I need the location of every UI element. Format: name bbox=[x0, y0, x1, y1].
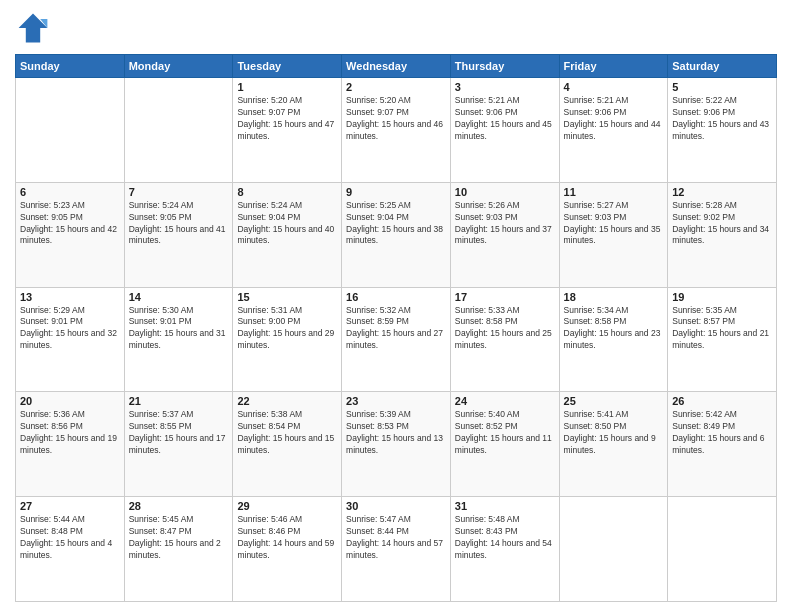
day-info: Sunrise: 5:39 AM Sunset: 8:53 PM Dayligh… bbox=[346, 409, 446, 457]
calendar-cell: 26Sunrise: 5:42 AM Sunset: 8:49 PM Dayli… bbox=[668, 392, 777, 497]
day-number: 11 bbox=[564, 186, 664, 198]
calendar-cell: 31Sunrise: 5:48 AM Sunset: 8:43 PM Dayli… bbox=[450, 497, 559, 602]
day-number: 29 bbox=[237, 500, 337, 512]
calendar-cell: 19Sunrise: 5:35 AM Sunset: 8:57 PM Dayli… bbox=[668, 287, 777, 392]
day-info: Sunrise: 5:20 AM Sunset: 9:07 PM Dayligh… bbox=[237, 95, 337, 143]
day-info: Sunrise: 5:47 AM Sunset: 8:44 PM Dayligh… bbox=[346, 514, 446, 562]
day-number: 3 bbox=[455, 81, 555, 93]
calendar-cell: 3Sunrise: 5:21 AM Sunset: 9:06 PM Daylig… bbox=[450, 78, 559, 183]
day-number: 22 bbox=[237, 395, 337, 407]
day-number: 30 bbox=[346, 500, 446, 512]
calendar-cell: 29Sunrise: 5:46 AM Sunset: 8:46 PM Dayli… bbox=[233, 497, 342, 602]
calendar-table: SundayMondayTuesdayWednesdayThursdayFrid… bbox=[15, 54, 777, 602]
day-number: 12 bbox=[672, 186, 772, 198]
calendar-cell: 10Sunrise: 5:26 AM Sunset: 9:03 PM Dayli… bbox=[450, 182, 559, 287]
day-header-saturday: Saturday bbox=[668, 55, 777, 78]
day-info: Sunrise: 5:48 AM Sunset: 8:43 PM Dayligh… bbox=[455, 514, 555, 562]
day-info: Sunrise: 5:42 AM Sunset: 8:49 PM Dayligh… bbox=[672, 409, 772, 457]
day-number: 28 bbox=[129, 500, 229, 512]
calendar-cell: 5Sunrise: 5:22 AM Sunset: 9:06 PM Daylig… bbox=[668, 78, 777, 183]
day-number: 21 bbox=[129, 395, 229, 407]
calendar-header-row: SundayMondayTuesdayWednesdayThursdayFrid… bbox=[16, 55, 777, 78]
day-number: 31 bbox=[455, 500, 555, 512]
day-info: Sunrise: 5:24 AM Sunset: 9:04 PM Dayligh… bbox=[237, 200, 337, 248]
day-info: Sunrise: 5:23 AM Sunset: 9:05 PM Dayligh… bbox=[20, 200, 120, 248]
day-info: Sunrise: 5:21 AM Sunset: 9:06 PM Dayligh… bbox=[564, 95, 664, 143]
calendar-cell: 14Sunrise: 5:30 AM Sunset: 9:01 PM Dayli… bbox=[124, 287, 233, 392]
day-info: Sunrise: 5:35 AM Sunset: 8:57 PM Dayligh… bbox=[672, 305, 772, 353]
day-header-sunday: Sunday bbox=[16, 55, 125, 78]
day-info: Sunrise: 5:20 AM Sunset: 9:07 PM Dayligh… bbox=[346, 95, 446, 143]
calendar-cell: 9Sunrise: 5:25 AM Sunset: 9:04 PM Daylig… bbox=[342, 182, 451, 287]
day-info: Sunrise: 5:40 AM Sunset: 8:52 PM Dayligh… bbox=[455, 409, 555, 457]
calendar-cell: 1Sunrise: 5:20 AM Sunset: 9:07 PM Daylig… bbox=[233, 78, 342, 183]
day-number: 7 bbox=[129, 186, 229, 198]
day-number: 20 bbox=[20, 395, 120, 407]
day-header-tuesday: Tuesday bbox=[233, 55, 342, 78]
calendar-cell: 6Sunrise: 5:23 AM Sunset: 9:05 PM Daylig… bbox=[16, 182, 125, 287]
day-number: 9 bbox=[346, 186, 446, 198]
svg-marker-0 bbox=[19, 14, 48, 43]
calendar-cell: 15Sunrise: 5:31 AM Sunset: 9:00 PM Dayli… bbox=[233, 287, 342, 392]
day-number: 15 bbox=[237, 291, 337, 303]
day-number: 26 bbox=[672, 395, 772, 407]
day-header-monday: Monday bbox=[124, 55, 233, 78]
calendar-week-4: 20Sunrise: 5:36 AM Sunset: 8:56 PM Dayli… bbox=[16, 392, 777, 497]
day-number: 19 bbox=[672, 291, 772, 303]
calendar-cell: 18Sunrise: 5:34 AM Sunset: 8:58 PM Dayli… bbox=[559, 287, 668, 392]
calendar-cell: 25Sunrise: 5:41 AM Sunset: 8:50 PM Dayli… bbox=[559, 392, 668, 497]
day-info: Sunrise: 5:30 AM Sunset: 9:01 PM Dayligh… bbox=[129, 305, 229, 353]
calendar-cell: 21Sunrise: 5:37 AM Sunset: 8:55 PM Dayli… bbox=[124, 392, 233, 497]
calendar-cell: 20Sunrise: 5:36 AM Sunset: 8:56 PM Dayli… bbox=[16, 392, 125, 497]
day-number: 24 bbox=[455, 395, 555, 407]
day-info: Sunrise: 5:32 AM Sunset: 8:59 PM Dayligh… bbox=[346, 305, 446, 353]
calendar-cell: 8Sunrise: 5:24 AM Sunset: 9:04 PM Daylig… bbox=[233, 182, 342, 287]
calendar-week-2: 6Sunrise: 5:23 AM Sunset: 9:05 PM Daylig… bbox=[16, 182, 777, 287]
day-header-friday: Friday bbox=[559, 55, 668, 78]
logo bbox=[15, 10, 55, 46]
day-number: 2 bbox=[346, 81, 446, 93]
day-number: 10 bbox=[455, 186, 555, 198]
logo-icon bbox=[15, 10, 51, 46]
calendar-cell: 17Sunrise: 5:33 AM Sunset: 8:58 PM Dayli… bbox=[450, 287, 559, 392]
calendar-cell: 27Sunrise: 5:44 AM Sunset: 8:48 PM Dayli… bbox=[16, 497, 125, 602]
day-number: 18 bbox=[564, 291, 664, 303]
day-info: Sunrise: 5:37 AM Sunset: 8:55 PM Dayligh… bbox=[129, 409, 229, 457]
calendar-cell: 11Sunrise: 5:27 AM Sunset: 9:03 PM Dayli… bbox=[559, 182, 668, 287]
calendar-week-5: 27Sunrise: 5:44 AM Sunset: 8:48 PM Dayli… bbox=[16, 497, 777, 602]
day-info: Sunrise: 5:28 AM Sunset: 9:02 PM Dayligh… bbox=[672, 200, 772, 248]
calendar-cell bbox=[16, 78, 125, 183]
day-info: Sunrise: 5:22 AM Sunset: 9:06 PM Dayligh… bbox=[672, 95, 772, 143]
day-number: 5 bbox=[672, 81, 772, 93]
day-number: 16 bbox=[346, 291, 446, 303]
day-info: Sunrise: 5:38 AM Sunset: 8:54 PM Dayligh… bbox=[237, 409, 337, 457]
calendar-cell: 30Sunrise: 5:47 AM Sunset: 8:44 PM Dayli… bbox=[342, 497, 451, 602]
calendar-cell bbox=[559, 497, 668, 602]
day-number: 23 bbox=[346, 395, 446, 407]
day-number: 6 bbox=[20, 186, 120, 198]
calendar-cell: 7Sunrise: 5:24 AM Sunset: 9:05 PM Daylig… bbox=[124, 182, 233, 287]
day-info: Sunrise: 5:26 AM Sunset: 9:03 PM Dayligh… bbox=[455, 200, 555, 248]
day-info: Sunrise: 5:34 AM Sunset: 8:58 PM Dayligh… bbox=[564, 305, 664, 353]
day-info: Sunrise: 5:33 AM Sunset: 8:58 PM Dayligh… bbox=[455, 305, 555, 353]
calendar-cell: 23Sunrise: 5:39 AM Sunset: 8:53 PM Dayli… bbox=[342, 392, 451, 497]
day-info: Sunrise: 5:27 AM Sunset: 9:03 PM Dayligh… bbox=[564, 200, 664, 248]
day-header-thursday: Thursday bbox=[450, 55, 559, 78]
day-number: 4 bbox=[564, 81, 664, 93]
calendar-week-1: 1Sunrise: 5:20 AM Sunset: 9:07 PM Daylig… bbox=[16, 78, 777, 183]
calendar-cell: 28Sunrise: 5:45 AM Sunset: 8:47 PM Dayli… bbox=[124, 497, 233, 602]
day-info: Sunrise: 5:36 AM Sunset: 8:56 PM Dayligh… bbox=[20, 409, 120, 457]
day-info: Sunrise: 5:31 AM Sunset: 9:00 PM Dayligh… bbox=[237, 305, 337, 353]
day-header-wednesday: Wednesday bbox=[342, 55, 451, 78]
day-number: 25 bbox=[564, 395, 664, 407]
calendar-cell: 24Sunrise: 5:40 AM Sunset: 8:52 PM Dayli… bbox=[450, 392, 559, 497]
day-info: Sunrise: 5:45 AM Sunset: 8:47 PM Dayligh… bbox=[129, 514, 229, 562]
calendar-cell: 22Sunrise: 5:38 AM Sunset: 8:54 PM Dayli… bbox=[233, 392, 342, 497]
day-info: Sunrise: 5:24 AM Sunset: 9:05 PM Dayligh… bbox=[129, 200, 229, 248]
day-number: 13 bbox=[20, 291, 120, 303]
calendar-cell bbox=[668, 497, 777, 602]
calendar-cell: 12Sunrise: 5:28 AM Sunset: 9:02 PM Dayli… bbox=[668, 182, 777, 287]
day-number: 17 bbox=[455, 291, 555, 303]
day-info: Sunrise: 5:44 AM Sunset: 8:48 PM Dayligh… bbox=[20, 514, 120, 562]
calendar-cell: 13Sunrise: 5:29 AM Sunset: 9:01 PM Dayli… bbox=[16, 287, 125, 392]
